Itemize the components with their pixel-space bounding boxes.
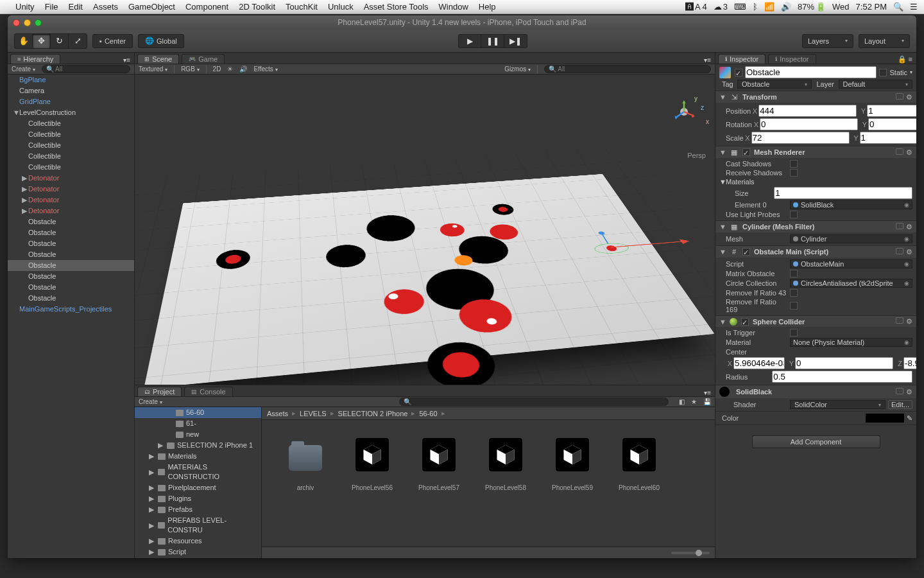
static-dropdown[interactable]: ▾	[910, 69, 912, 75]
tab-inspector[interactable]: ℹInspector	[718, 54, 766, 64]
project-tree-item[interactable]: 56-60	[135, 407, 261, 418]
active-toggle[interactable]: ✓	[735, 69, 742, 76]
status-time[interactable]: 7:52 PM	[856, 2, 887, 12]
hierarchy-options[interactable]: ▾≡	[123, 57, 130, 64]
asset-item[interactable]: PhoneLevel60	[615, 437, 663, 491]
tab-game[interactable]: 🎮Game	[182, 54, 225, 64]
tab-project[interactable]: 🗂Project	[137, 387, 182, 396]
script-enabled[interactable]: ✓	[742, 248, 750, 256]
hierarchy-item[interactable]: Obstacle	[8, 282, 134, 293]
project-tree-item[interactable]: ▶Pixelplacement	[135, 482, 261, 493]
tag-dropdown[interactable]: Obstacle▾	[737, 80, 812, 89]
scene-2d-toggle[interactable]: 2D	[213, 66, 221, 73]
tab-inspector-2[interactable]: ℹInspector	[768, 54, 816, 64]
hierarchy-item[interactable]: Obstacle	[8, 238, 134, 249]
center-z[interactable]	[903, 357, 916, 369]
gear-icon[interactable]: ⚙	[906, 317, 912, 326]
menu-touchkit[interactable]: TouchKit	[286, 2, 318, 12]
hierarchy-item[interactable]: Camera	[8, 85, 134, 96]
static-toggle[interactable]	[879, 69, 887, 76]
scale-tool[interactable]: ⤢	[69, 34, 87, 48]
collider-header[interactable]: Sphere Collider	[753, 318, 892, 326]
radius[interactable]	[772, 371, 912, 383]
menu-edit[interactable]: Edit	[69, 2, 83, 12]
menu-assetstoretools[interactable]: Asset Store Tools	[364, 2, 429, 12]
project-tree-item[interactable]: ▶Resources	[135, 536, 261, 547]
mesh-field[interactable]: Cylinder◉	[790, 234, 912, 243]
menu-unity[interactable]: Unity	[15, 2, 35, 12]
scale-x[interactable]	[751, 132, 850, 144]
hierarchy-item[interactable]: Obstacle	[8, 271, 134, 282]
orientation-gizmo[interactable]: y x z	[672, 100, 696, 123]
minimize-button[interactable]	[24, 19, 31, 26]
hierarchy-item[interactable]: ▶Detonator	[8, 206, 134, 216]
help-icon[interactable]	[896, 248, 903, 254]
tab-console[interactable]: ▤Console	[184, 387, 232, 396]
shader-dropdown[interactable]: SolidColor▾	[790, 400, 886, 409]
hierarchy-item[interactable]: Obstacle	[8, 216, 134, 227]
rot-x[interactable]	[760, 118, 858, 130]
project-tree-item[interactable]: ▶Sounds	[135, 557, 261, 558]
help-icon[interactable]	[896, 317, 903, 324]
menu-assets[interactable]: Assets	[93, 2, 118, 12]
material-element-0[interactable]: SolidBlack◉	[790, 200, 912, 209]
asset-item[interactable]: PhoneLevel59	[548, 437, 597, 491]
menu-window[interactable]: Window	[439, 2, 468, 12]
obstacle[interactable]	[490, 204, 515, 216]
step-button[interactable]: ▶❚	[504, 34, 527, 48]
obstacle[interactable]	[364, 214, 418, 243]
scene-audio-icon[interactable]: 🔊	[239, 66, 247, 73]
status-notifications-icon[interactable]: ☰	[910, 2, 918, 12]
hierarchy-item[interactable]: ▶Detonator	[8, 173, 134, 184]
project-tree-item[interactable]: ▶MATERIALS CONSTRUCTIO	[135, 462, 261, 482]
project-tree-item[interactable]: ▶Script	[135, 547, 261, 557]
script-objfield[interactable]: CirclesAntialiased (tk2dSprite◉	[790, 279, 912, 288]
tab-scene[interactable]: ⊞Scene	[137, 54, 179, 64]
hierarchy-item[interactable]: ▶Detonator	[8, 184, 134, 195]
scene-light-icon[interactable]: ☀	[227, 66, 233, 73]
gear-icon[interactable]: ⚙	[906, 223, 912, 231]
bc-assets[interactable]: Assets	[267, 410, 288, 417]
receive-shadows[interactable]	[790, 169, 798, 177]
script-objfield[interactable]: ObstacleMain◉	[790, 259, 912, 268]
status-keyboard-icon[interactable]: ⌨	[734, 2, 746, 12]
project-label-icon[interactable]: ★	[691, 398, 697, 405]
bc-levels[interactable]: LEVELS	[300, 410, 327, 417]
status-bluetooth-icon[interactable]: ᛒ	[753, 2, 758, 12]
scene-shading[interactable]: Textured ▾	[139, 66, 167, 73]
center-y[interactable]	[795, 357, 893, 369]
layout-dropdown[interactable]: Layout▾	[859, 34, 910, 48]
projection-label[interactable]: Persp	[687, 152, 706, 159]
shader-edit[interactable]: Edit...	[888, 400, 912, 409]
hierarchy-item[interactable]: Collectible	[8, 118, 134, 129]
detonator[interactable]	[382, 288, 427, 315]
asset-item[interactable]: PhoneLevel58	[481, 437, 530, 491]
scene-search[interactable]	[544, 65, 711, 73]
zoom-button[interactable]	[35, 19, 42, 26]
pos-x[interactable]	[758, 105, 857, 117]
project-tree[interactable]: 56-6061-new▶SELECTION 2 iPhone 1▶Materia…	[135, 407, 262, 558]
asset-item[interactable]: PhoneLevel56	[348, 437, 397, 491]
status-spotlight-icon[interactable]: 🔍	[893, 2, 903, 12]
project-create[interactable]: Create ▾	[139, 398, 162, 405]
hierarchy-item[interactable]: ▶Detonator	[8, 195, 134, 206]
hierarchy-item[interactable]: GridPlane	[8, 96, 134, 107]
hierarchy-create[interactable]: Create ▾	[12, 66, 35, 73]
help-icon[interactable]	[896, 148, 903, 155]
script-checkbox[interactable]	[790, 302, 798, 310]
pivot-toggle[interactable]: ▪Center	[92, 34, 133, 48]
pos-y[interactable]	[867, 105, 916, 117]
play-button[interactable]: ▶	[458, 34, 481, 48]
project-tree-item[interactable]: ▶PREFABS LEVEL-CONSTRU	[135, 515, 261, 536]
physic-material[interactable]: None (Physic Material)◉	[790, 338, 912, 347]
hierarchy-item[interactable]: Collectible	[8, 129, 134, 140]
meshrenderer-enabled[interactable]: ✓	[742, 148, 750, 156]
status-volume-icon[interactable]: 🔊	[781, 2, 791, 12]
hierarchy-item[interactable]: Obstacle	[8, 260, 134, 271]
menu-file[interactable]: File	[45, 2, 58, 12]
scale-y[interactable]	[860, 132, 916, 144]
project-tree-item[interactable]: ▶Prefabs	[135, 504, 261, 515]
space-toggle[interactable]: 🌐Global	[138, 34, 184, 48]
close-button[interactable]	[13, 19, 20, 26]
selected-obstacle-gizmo[interactable]	[592, 242, 631, 254]
